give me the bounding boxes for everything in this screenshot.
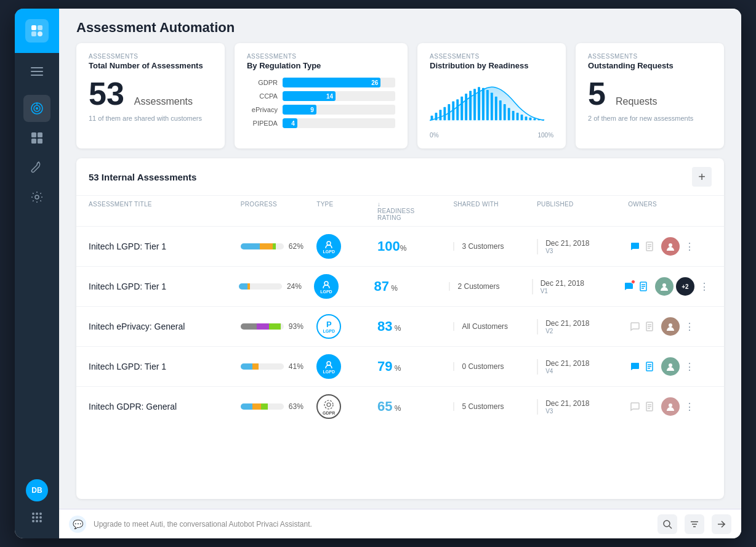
- doc-icon-3[interactable]: [643, 320, 656, 333]
- chat-icon-2[interactable]: [622, 280, 635, 293]
- bottom-bar: 💬 Upgrade to meet Auti, the conversation…: [59, 509, 741, 538]
- doc-icon-4[interactable]: [643, 360, 656, 373]
- navigate-button[interactable]: [712, 514, 731, 534]
- sidebar-item-tools[interactable]: [23, 154, 50, 181]
- table-row: Initech ePrivacy: General 93% P LGPD: [76, 307, 724, 347]
- svg-rect-0: [31, 25, 36, 30]
- svg-rect-42: [517, 113, 519, 120]
- type-cell-1: LGPD: [316, 234, 377, 259]
- doc-icon-1[interactable]: [643, 240, 656, 253]
- card-label-total: Assessments: [89, 53, 212, 60]
- outstanding-sub-text: 2 of them are for new assessments: [588, 115, 712, 122]
- svg-rect-47: [538, 119, 541, 120]
- shared-cell-5: 5 Customers: [453, 402, 537, 411]
- published-cell-2: Dec 21, 2018 V1: [532, 279, 622, 294]
- svg-rect-32: [473, 89, 476, 120]
- owners-cell-3: ⋮: [628, 317, 712, 336]
- more-options-2[interactable]: ⋮: [697, 279, 712, 294]
- total-sub-text: 11 of them are shared with customers: [89, 115, 212, 122]
- svg-rect-22: [431, 116, 433, 121]
- assessment-name-2: Initech LGPD: Tier 1: [89, 282, 239, 291]
- svg-point-15: [39, 513, 42, 515]
- shared-cell-3: All Customers: [453, 322, 537, 331]
- svg-rect-40: [508, 108, 510, 120]
- chat-icon-5[interactable]: [628, 400, 641, 413]
- svg-rect-2: [31, 31, 36, 36]
- avatar-3: [661, 317, 680, 336]
- filter-button[interactable]: [685, 514, 704, 534]
- card-title-reg: By Regulation Type: [247, 61, 395, 70]
- assessment-name-1: Initech LGPD: Tier 1: [89, 241, 241, 251]
- svg-rect-44: [525, 116, 528, 120]
- reg-bar-ccpa: CCPA 14: [247, 91, 395, 101]
- card-label-dist: Assessments: [430, 53, 553, 60]
- doc-icon-5[interactable]: [643, 400, 656, 413]
- reg-bar-gdpr: GDPR 26: [247, 78, 395, 87]
- svg-rect-28: [456, 99, 459, 120]
- card-label-reg: Assessments: [247, 53, 395, 60]
- svg-rect-43: [521, 115, 523, 120]
- svg-rect-35: [486, 90, 489, 120]
- chat-icon-3[interactable]: [628, 320, 641, 333]
- avatar-1: [661, 237, 680, 256]
- search-button[interactable]: [657, 514, 677, 534]
- app-logo[interactable]: [15, 9, 59, 53]
- table-body: Initech LGPD: Tier 1 62%: [76, 227, 724, 499]
- col-assessment-title: Assessment Title: [89, 201, 241, 221]
- more-options-3[interactable]: ⋮: [682, 319, 697, 334]
- shared-cell-2: 2 Customers: [449, 282, 531, 291]
- svg-rect-48: [542, 120, 544, 121]
- svg-rect-30: [465, 94, 467, 120]
- chat-icon-4[interactable]: [628, 360, 641, 373]
- regulation-bars: GDPR 26 CCPA 14 ePrivacy 9 PIPEDA 4: [247, 78, 395, 128]
- owners-cell-1: ⋮: [628, 237, 712, 256]
- hamburger-menu[interactable]: [15, 58, 59, 85]
- col-published: Published: [537, 201, 628, 221]
- doc-icon-2[interactable]: [637, 280, 650, 293]
- owners-cell-5: ⋮: [628, 397, 712, 416]
- type-cell-5: GDPR: [316, 394, 377, 419]
- table-title: 53 Internal Assessments: [89, 172, 196, 182]
- reg-bar-eprivacy: ePrivacy 9: [247, 105, 395, 115]
- owners-cell-2: +2 ⋮: [622, 277, 712, 296]
- sidebar-item-dashboard[interactable]: [23, 124, 50, 152]
- svg-rect-26: [448, 104, 450, 120]
- apps-grid-icon[interactable]: [26, 506, 48, 529]
- readiness-cell-2: 87 %: [374, 278, 449, 294]
- owners-cell-4: ⋮: [628, 357, 712, 376]
- reg-bar-pipeda: PIPEDA 4: [247, 118, 395, 128]
- svg-rect-10: [31, 139, 36, 144]
- col-type: Type: [316, 201, 377, 221]
- chat-icon-1[interactable]: [628, 240, 641, 253]
- table-header: 53 Internal Assessments +: [76, 158, 724, 196]
- avatar-4: [661, 357, 680, 376]
- table-row: Initech GDPR: General 63%: [76, 387, 724, 426]
- svg-rect-45: [529, 118, 532, 121]
- sidebar-item-radar[interactable]: [23, 95, 50, 122]
- assessment-name-3: Initech ePrivacy: General: [89, 322, 241, 331]
- published-cell-5: Dec 21, 2018 V3: [537, 399, 628, 415]
- sidebar-item-settings[interactable]: [23, 184, 50, 211]
- svg-point-18: [39, 516, 42, 519]
- svg-point-78: [669, 403, 672, 407]
- published-cell-3: Dec 21, 2018 V2: [537, 319, 628, 334]
- more-options-1[interactable]: ⋮: [682, 239, 697, 254]
- svg-rect-1: [38, 25, 42, 30]
- type-cell-3: P LGPD: [316, 314, 377, 339]
- more-options-4[interactable]: ⋮: [682, 359, 697, 374]
- svg-rect-25: [444, 107, 446, 121]
- table-row: Initech LGPD: Tier 1 24%: [76, 267, 724, 307]
- user-avatar[interactable]: DB: [26, 479, 48, 501]
- progress-cell-4: 41%: [241, 362, 316, 371]
- total-assessments-card: Assessments Total Number of Assessments …: [76, 43, 225, 148]
- svg-rect-33: [478, 87, 480, 120]
- col-progress: Progress: [241, 201, 316, 221]
- dist-axis: 0% 100%: [430, 132, 553, 139]
- sidebar-bottom: DB: [26, 479, 48, 538]
- main-content: Assessment Automation Assessments Total …: [59, 9, 741, 538]
- svg-rect-8: [31, 132, 36, 137]
- add-assessment-button[interactable]: +: [692, 167, 712, 187]
- more-options-5[interactable]: ⋮: [682, 399, 697, 414]
- svg-point-65: [669, 323, 672, 327]
- svg-point-73: [327, 403, 331, 407]
